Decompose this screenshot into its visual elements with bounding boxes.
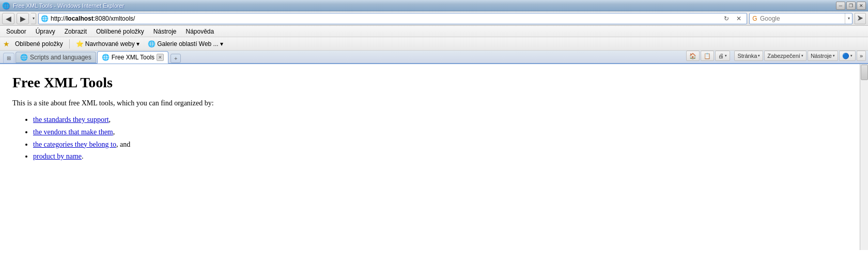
vendors-link[interactable]: the vendors that make them [33,128,113,136]
address-bar[interactable]: 🌐 http://localhost:8080/xmltools/ ↻ ✕ [38,13,747,24]
product-link[interactable]: product by name [33,152,82,160]
list-item: the vendors that make them, [33,126,856,138]
list-item: product by name. [33,150,856,163]
page-intro: This is a site about free XML tools, whi… [12,99,856,107]
tab-active-favicon: 🌐 [102,54,110,61]
tab-scripts-languages[interactable]: 🌐 Scripts and languages [16,52,96,63]
page-button[interactable]: Stránka ▾ [734,51,763,61]
list-item: the standards they support, [33,114,856,126]
categories-link[interactable]: the categories they belong to [33,141,116,148]
menu-napoveda[interactable]: Nápověda [182,27,219,36]
title-bar: 🌐 Free XML Tools - Windows Internet Expl… [0,0,868,11]
menu-oblibene[interactable]: Oblíbené položky [92,27,148,36]
web-gallery-icon: 🌐 [148,40,156,48]
history-dropdown-button[interactable]: ▾ [31,13,36,24]
search-input[interactable] [760,15,845,22]
tab-bar: ⊞ 🌐 Scripts and languages 🌐 Free XML Too… [0,51,868,64]
address-text: http://localhost:8080/xmltools/ [51,15,721,22]
fav-separator-1 [69,39,70,49]
tools-button[interactable]: Nástroje ▾ [808,51,838,61]
title-bar-title: Free XML Tools - Windows Internet Explor… [13,3,124,9]
search-dropdown[interactable]: ▾ [845,13,852,24]
expand-button[interactable]: » [857,51,866,61]
menu-soubor[interactable]: Soubor [2,27,30,36]
tab-inactive-favicon: 🌐 [20,54,28,61]
favorites-label: Oblíbené položky [15,40,63,48]
menu-upravy[interactable]: Úpravy [32,27,59,36]
print-button[interactable]: 🖨 ▾ [715,51,730,61]
standards-link[interactable]: the standards they support [33,116,109,123]
close-button[interactable]: ✕ [857,2,866,10]
menu-zobrazit[interactable]: Zobrazit [60,27,91,36]
suggested-sites-button[interactable]: ⭐ Navrhované weby ▾ [73,39,143,49]
title-bar-icon: 🌐 [2,2,10,9]
search-go-button[interactable]: ⮞ [855,13,866,24]
tab-inactive-label: Scripts and languages [30,54,91,61]
stop-button[interactable]: ✕ [733,13,745,24]
home-button[interactable]: 🏠 [686,51,700,61]
scrollbar-thumb[interactable] [861,65,868,80]
suggested-sites-label: Navrhované weby ▾ [85,40,140,48]
back-button[interactable]: ◀ [2,13,14,24]
menu-nastroje[interactable]: Nástroje [149,27,181,36]
restore-button[interactable]: ❐ [846,2,856,10]
tab-close-button[interactable]: ✕ [157,54,164,61]
forward-button[interactable]: ▶ [17,13,29,24]
toolbar-right: 🏠 📋 🖨 ▾ Stránka ▾ Zabezpečení ▾ Nástroje… [686,51,866,61]
favorites-bar: ★ Oblíbené položky ⭐ Navrhované weby ▾ 🌐… [0,37,868,51]
web-gallery-label: Galerie oblastí Web ... ▾ [157,40,223,48]
web-gallery-button[interactable]: 🌐 Galerie oblastí Web ... ▾ [145,39,226,49]
new-tab-icon-button[interactable]: ⊞ [3,53,14,63]
favorites-button[interactable]: Oblíbené položky [12,39,66,49]
list-item: the categories they belong to, and [33,138,856,151]
address-favicon: 🌐 [41,15,49,22]
add-tab-button[interactable]: + [171,54,181,63]
content-area: Free XML Tools This is a site about free… [0,64,868,250]
tab-active-label: Free XML Tools [112,54,154,61]
page-links-list: the standards they support, the vendors … [33,114,856,163]
search-box[interactable]: G ▾ [749,13,853,24]
help-button[interactable]: 🔵 ▾ [839,51,856,61]
security-button[interactable]: Zabezpečení ▾ [764,51,807,61]
refresh-button[interactable]: ↻ [721,13,732,24]
search-engine-icon: G [750,13,760,24]
address-bar-row: ◀ ▶ ▾ 🌐 http://localhost:8080/xmltools/ … [0,11,868,26]
page-title: Free XML Tools [12,74,856,91]
menu-bar: Soubor Úpravy Zobrazit Oblíbené položky … [0,26,868,37]
minimize-button[interactable]: ─ [836,2,845,10]
suggested-sites-icon: ⭐ [76,40,84,48]
scrollbar[interactable] [860,64,868,250]
rss-button[interactable]: 📋 [701,51,714,61]
tab-free-xml-tools[interactable]: 🌐 Free XML Tools ✕ [97,51,168,64]
favorites-star-icon: ★ [3,40,10,48]
